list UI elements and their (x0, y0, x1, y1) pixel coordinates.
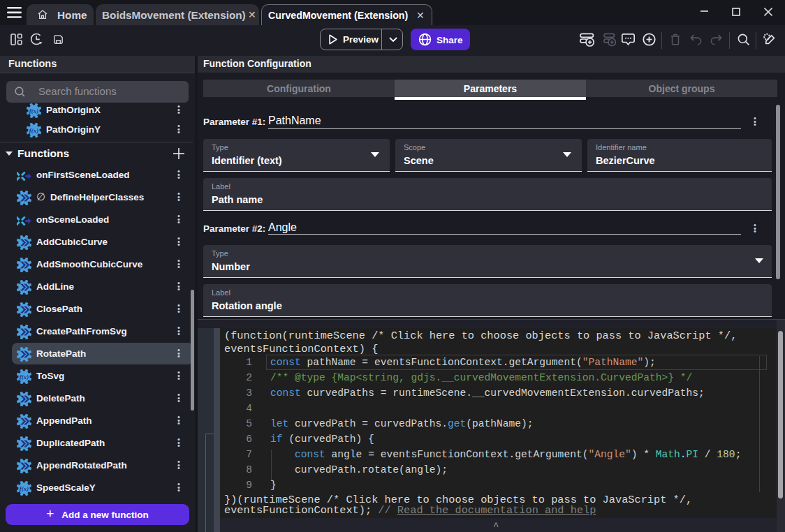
svg-text:f(x): f(x) (29, 108, 39, 114)
svg-text:f(x): f(x) (20, 485, 29, 492)
svg-text:f(x): f(x) (20, 374, 29, 380)
svg-text:f(x): f(x) (29, 127, 39, 134)
